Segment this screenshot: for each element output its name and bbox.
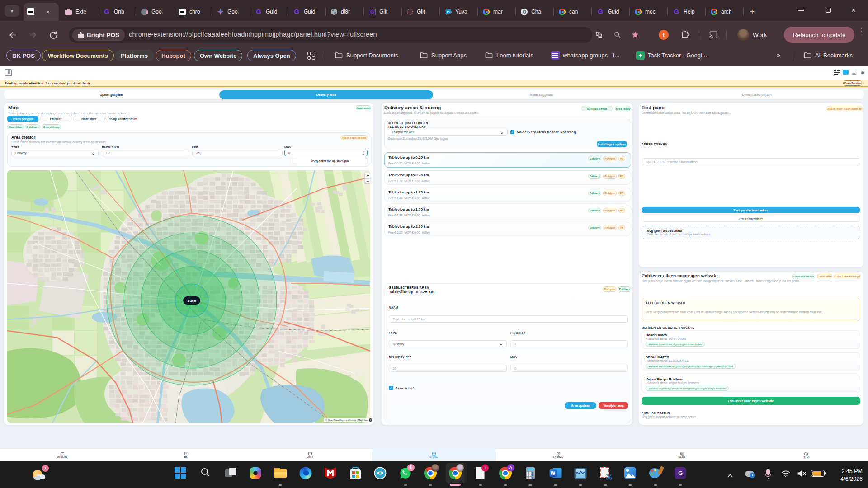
svg-text:Store: Store <box>187 299 196 303</box>
